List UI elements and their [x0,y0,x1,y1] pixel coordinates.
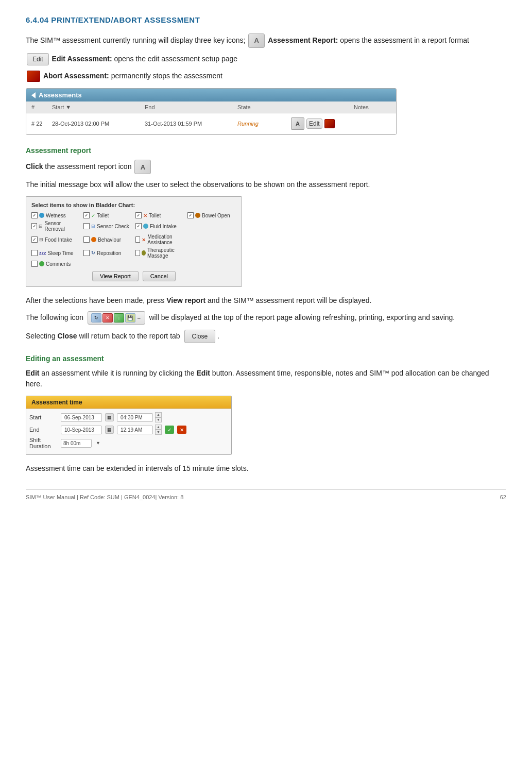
checkbox-medication[interactable] [135,236,140,243]
intro-paragraph: The SIM™ assessment currently running wi… [26,33,506,48]
dialog-item-bowel: ✓ Bowel Open [187,212,236,218]
page-title: 6.4.04 PRINT/EXTEND/ABORT ASSESSMENT [26,15,506,24]
editing-assessment-heading: Editing an assessment [26,354,506,363]
fluid-dot [143,224,148,229]
view-report-button[interactable]: View Report [92,271,139,281]
abort-label: Abort Assessment: [43,72,109,80]
abort-assessment-paragraph: Abort Assessment: permanently stops the … [26,71,506,82]
checkbox-massage[interactable] [135,250,140,256]
dialog-item-sensor-removal: ✓ ⊟ Sensor Removal [31,221,80,232]
cancel-button[interactable]: Cancel [143,271,176,281]
checkbox-behaviour[interactable] [83,236,90,243]
triangle-icon [31,92,36,98]
time-table-title: Assessment time [26,396,231,409]
reposition-icon: ↻ [91,250,95,256]
row-assessment-icon[interactable]: A [291,117,304,130]
comments-dot [39,261,44,266]
assessment-time-table: Assessment time Start 06-Sep-2013 ▦ 04:3… [26,396,232,455]
start-time-val[interactable]: 04:30 PM [117,413,153,422]
bladder-chart-dialog: Select items to show in Bladder Chart: ✓… [26,196,242,287]
after-selections-paragraph: After the selections have been made, pre… [26,295,506,306]
medication-icon: ✕ [142,237,146,243]
dialog-item-reposition: ↻ Reposition [83,247,132,259]
click-desc: the assessment report icon [45,162,131,171]
checkbox-wetness[interactable]: ✓ [31,212,38,218]
abort-btn-icon[interactable] [27,71,40,82]
dialog-item-wetness: ✓ Wetness [31,212,80,218]
sensor-check-icon: ⊟ [91,224,95,229]
click-paragraph: Click the assessment report icon A [26,160,506,174]
dialog-item-sensor-check: ⊟ Sensor Check [83,221,132,232]
wetness-dot [39,213,44,218]
end-time-spinner[interactable]: ▲ ▼ [155,425,162,435]
following-icon-text: The following icon [26,313,83,321]
refresh-icon[interactable]: ↻ [91,313,101,323]
checkbox-sleep[interactable] [31,250,38,256]
view-report-bold: View report [166,296,205,304]
assessment-report-label: Assessment Report: [268,36,338,44]
edit-btn-bold: Edit [197,369,210,377]
assessment-report-heading: Assessment report [26,146,506,155]
following-icon-paragraph: The following icon ↻ ✕ ↓ 💾 – will be dis… [26,311,506,325]
row-end: 31-Oct-2013 01:59 PM [143,120,235,128]
intro-text: The SIM™ assessment currently running wi… [26,36,245,44]
dialog-buttons: View Report Cancel [31,271,236,281]
start-date-icon[interactable]: ▦ [105,413,114,421]
checkbox-toilet1[interactable]: ✓ [83,212,90,218]
checkbox-reposition[interactable] [83,250,90,256]
checkbox-sensor-check[interactable] [83,223,90,229]
col-end: End [143,103,235,111]
checkbox-comments[interactable] [31,261,38,267]
dialog-item-food: ✓ ⊟ Food Intake [31,234,80,245]
assessment-report-icon: A [248,33,265,48]
end-time-val[interactable]: 12:19 AM [117,426,153,434]
row-notes [352,123,393,125]
row-abort-icon[interactable] [324,119,335,128]
after-selections-text: After the selections have been made, pre… [26,296,164,304]
dialog-title: Select items to show in Bladder Chart: [31,202,236,208]
dialog-item-medication: ✕ Medication Assistance [135,234,184,245]
shift-label: Shift Duration [29,437,58,449]
assessment-report-desc: opens the assessment in a report format [340,36,469,44]
checkbox-food[interactable]: ✓ [31,236,38,243]
row-edit-btn[interactable]: Edit [306,118,322,129]
time-row-start: Start 06-Sep-2013 ▦ 04:30 PM ▲ ▼ [29,412,228,422]
dialog-item-sleep: zzz Sleep Time [31,247,80,259]
edit-bold: Edit [26,369,39,377]
footer-page-number: 62 [500,494,506,500]
close-paragraph: Selecting Close will return back to the … [26,330,506,343]
close-button-image[interactable]: Close [184,330,216,343]
toilet1-checkmark: ✓ [91,213,95,218]
table-row: # 22 28-Oct-2013 02:00 PM 31-Oct-2013 01… [26,113,396,134]
row-actions: A Edit [287,115,352,132]
col-start: Start ▼ [50,103,143,111]
toilet2-x: ✕ [143,213,147,218]
extended-text: Assessment time can be extended in inter… [26,463,506,474]
edit-paragraph: Edit an assessment while it is running b… [26,368,506,389]
shift-dropdown-arrow[interactable]: ▼ [96,440,100,446]
cancel-icon[interactable]: ✕ [177,426,186,434]
end-date-icon[interactable]: ▦ [105,426,114,434]
confirm-icon[interactable]: ✓ [165,426,174,434]
end-date-val: 10-Sep-2013 [61,426,102,434]
dialog-item-toilet1: ✓ ✓ Toilet [83,212,132,218]
checkbox-fluid[interactable]: ✓ [135,223,142,229]
checkbox-toilet2[interactable]: ✓ [135,212,142,218]
shift-value[interactable]: 8h 00m [61,439,92,448]
dialog-item-comments: Comments [31,261,80,267]
abort-desc: permanently stops the assessment [111,72,222,80]
checkbox-sensor-removal[interactable]: ✓ [31,223,37,229]
start-time-spinner[interactable]: ▲ ▼ [155,412,162,422]
report-icons-row: ↻ ✕ ↓ 💾 – [88,311,145,325]
end-label: End [29,427,58,433]
selecting-text: Selecting [26,332,56,340]
checkbox-bowel[interactable]: ✓ [187,212,194,218]
print-icon[interactable]: ✕ [102,313,113,323]
edit-btn-icon[interactable]: Edit [27,53,49,65]
food-icon: ⊟ [39,237,43,242]
row-start: 28-Oct-2013 02:00 PM [50,120,143,128]
start-label: Start [29,414,58,420]
initial-msg-paragraph: The initial message box will allow the u… [26,179,506,190]
export-icon[interactable]: ↓ [114,313,124,323]
save-icon[interactable]: 💾 [125,313,135,323]
